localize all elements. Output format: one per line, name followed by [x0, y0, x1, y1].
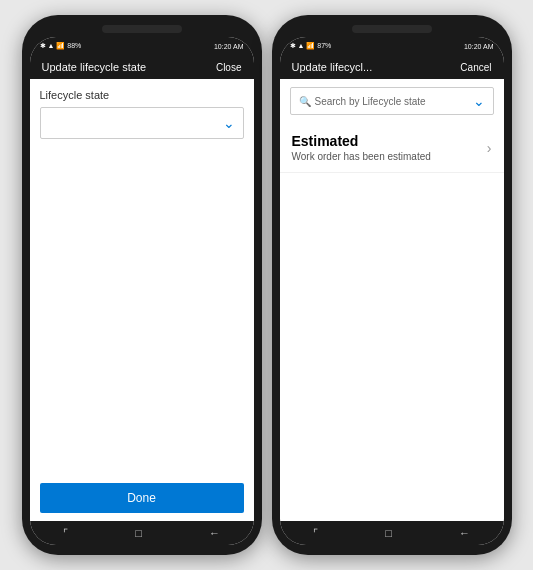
back-icon-2[interactable]: ←	[459, 527, 470, 539]
list-item-title: Estimated	[292, 133, 487, 149]
recent-apps-icon-1[interactable]: ⌜	[63, 527, 68, 540]
search-bar[interactable]: 🔍 Search by Lifecycle state ⌄	[290, 87, 494, 115]
back-icon-1[interactable]: ←	[209, 527, 220, 539]
done-button-area: Done	[30, 475, 254, 521]
list-item-subtitle: Work order has been estimated	[292, 151, 487, 162]
phone-notch-2	[352, 25, 432, 33]
dropdown-chevron-icon: ⌄	[223, 115, 235, 131]
phone-2: ✱ ▲ 📶 87% 10:20 AM Update lifecycl... Ca…	[272, 15, 512, 555]
app-header-2: Update lifecycl... Cancel	[280, 55, 504, 79]
home-icon-2[interactable]: □	[385, 527, 392, 539]
nav-bar-2: ⌜ □ ←	[280, 521, 504, 545]
app-title-1: Update lifecycle state	[42, 61, 147, 73]
list-item-chevron-icon: ›	[487, 140, 492, 156]
recent-apps-icon-2[interactable]: ⌜	[313, 527, 318, 540]
phone-notch-1	[102, 25, 182, 33]
status-bar-2: ✱ ▲ 📶 87% 10:20 AM	[280, 37, 504, 55]
status-time-1: 10:20 AM	[214, 43, 244, 50]
search-placeholder-text: Search by Lifecycle state	[315, 96, 426, 107]
search-bar-left: 🔍 Search by Lifecycle state	[299, 96, 473, 107]
cancel-button[interactable]: Cancel	[460, 62, 491, 73]
search-icon: 🔍	[299, 96, 311, 107]
screen-content-1: Lifecycle state ⌄	[30, 79, 254, 475]
signal-icons-2: ✱ ▲ 📶 87%	[290, 42, 332, 50]
phone-screen-2: ✱ ▲ 📶 87% 10:20 AM Update lifecycl... Ca…	[280, 37, 504, 545]
status-left-1: ✱ ▲ 📶 88%	[40, 42, 82, 50]
nav-bar-1: ⌜ □ ←	[30, 521, 254, 545]
lifecycle-dropdown[interactable]: ⌄	[40, 107, 244, 139]
search-chevron-icon: ⌄	[473, 93, 485, 109]
done-button[interactable]: Done	[40, 483, 244, 513]
phone-screen-1: ✱ ▲ 📶 88% 10:20 AM Update lifecycle stat…	[30, 37, 254, 545]
signal-icons-1: ✱ ▲ 📶 88%	[40, 42, 82, 50]
app-header-1: Update lifecycle state Close	[30, 55, 254, 79]
status-time-2: 10:20 AM	[464, 43, 494, 50]
app-title-2: Update lifecycl...	[292, 61, 373, 73]
status-left-2: ✱ ▲ 📶 87%	[290, 42, 332, 50]
search-results: Estimated Work order has been estimated …	[280, 123, 504, 521]
list-item-estimated[interactable]: Estimated Work order has been estimated …	[280, 123, 504, 173]
lifecycle-field-label: Lifecycle state	[40, 89, 244, 101]
status-bar-1: ✱ ▲ 📶 88% 10:20 AM	[30, 37, 254, 55]
phone-1: ✱ ▲ 📶 88% 10:20 AM Update lifecycle stat…	[22, 15, 262, 555]
close-button-1[interactable]: Close	[216, 62, 242, 73]
home-icon-1[interactable]: □	[135, 527, 142, 539]
list-item-content: Estimated Work order has been estimated	[292, 133, 487, 162]
